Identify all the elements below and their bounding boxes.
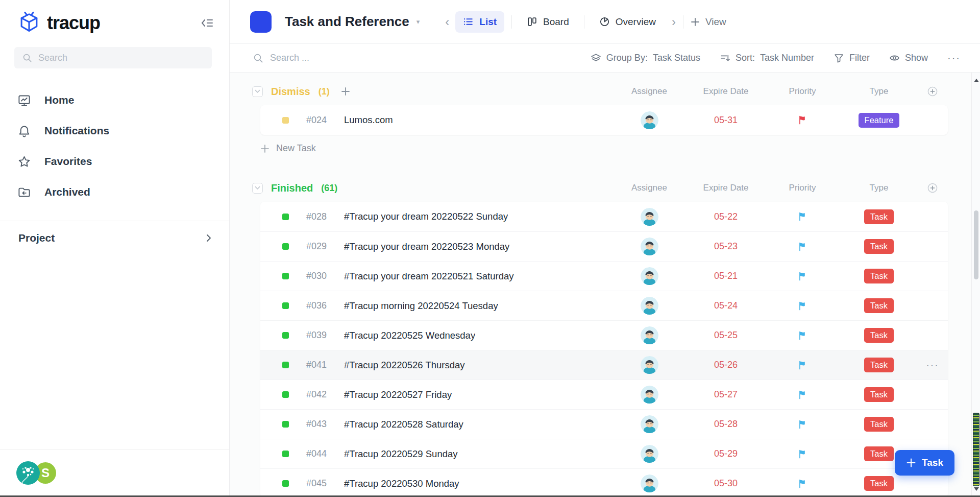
chevron-left-icon[interactable]: ‹ xyxy=(445,16,449,28)
priority-flag-icon[interactable] xyxy=(797,419,807,430)
assignee-avatar[interactable] xyxy=(641,238,658,255)
assignee-avatar[interactable] xyxy=(641,475,658,492)
toolbar-more-icon[interactable]: ··· xyxy=(947,52,961,64)
priority-flag-icon[interactable] xyxy=(797,449,807,459)
tab-board[interactable]: Board xyxy=(519,11,577,33)
table-search[interactable] xyxy=(253,53,433,63)
show-control[interactable]: Show xyxy=(889,53,928,63)
filter-control[interactable]: Filter xyxy=(834,53,870,63)
assignee-avatar[interactable] xyxy=(641,208,658,226)
task-status-square[interactable] xyxy=(282,451,289,457)
priority-flag-icon[interactable] xyxy=(797,479,807,489)
task-row[interactable]: #028 #Tracup your dream 20220522 Sunday … xyxy=(260,202,948,231)
sort-control[interactable]: Sort: Task Number xyxy=(720,53,814,63)
task-row[interactable]: #039 #Tracup 20220525 Wednesday 05-25 xyxy=(260,320,948,350)
caret-down-icon[interactable]: ▾ xyxy=(416,18,420,26)
task-row[interactable]: #045 #Tracup 20220530 Monday 05-30 xyxy=(260,468,948,497)
project-color-icon[interactable] xyxy=(250,11,272,33)
group-title[interactable]: Dismiss xyxy=(271,86,310,98)
scrollbar[interactable] xyxy=(971,73,980,497)
tab-list[interactable]: List xyxy=(455,11,504,33)
assignee-avatar[interactable] xyxy=(641,267,658,285)
task-status-square[interactable] xyxy=(282,391,289,398)
new-task-button[interactable]: New Task xyxy=(260,143,948,154)
assignee-avatar[interactable] xyxy=(641,111,658,129)
task-title[interactable]: #Tracup your dream 20220521 Saturday xyxy=(344,271,514,282)
task-title[interactable]: #Tracup 20220528 Saturday xyxy=(344,419,463,430)
scroll-up-arrow[interactable] xyxy=(974,79,979,82)
task-status-square[interactable] xyxy=(282,302,289,309)
priority-flag-icon[interactable] xyxy=(797,301,807,311)
group-by-control[interactable]: Group By: Task Status xyxy=(591,53,700,63)
add-view-button[interactable]: View xyxy=(691,16,726,28)
type-badge[interactable]: Task xyxy=(864,328,894,343)
type-badge[interactable]: Task xyxy=(864,417,894,432)
task-status-square[interactable] xyxy=(282,480,289,487)
type-badge[interactable]: Task xyxy=(864,476,894,491)
task-row[interactable]: #044 #Tracup 20220529 Sunday 05-29 xyxy=(260,439,948,468)
type-badge[interactable]: Task xyxy=(864,446,894,461)
sidebar-item-notifications[interactable]: Notifications xyxy=(0,115,229,146)
priority-flag-icon[interactable] xyxy=(797,390,807,400)
type-badge[interactable]: Task xyxy=(864,239,894,254)
task-title[interactable]: #Tracup 20220526 Thursday xyxy=(344,360,465,371)
tab-overview[interactable]: Overview xyxy=(592,11,664,33)
sidebar-item-favorites[interactable]: Favorites xyxy=(0,146,229,177)
add-task-button[interactable]: Task xyxy=(895,450,954,476)
sidebar-search-input[interactable] xyxy=(38,53,204,63)
group-checkbox-icon[interactable] xyxy=(252,183,263,194)
priority-flag-icon[interactable] xyxy=(797,360,807,370)
type-badge[interactable]: Task xyxy=(864,298,894,313)
assignee-avatar[interactable] xyxy=(641,297,658,315)
task-status-square[interactable] xyxy=(282,214,289,220)
task-row[interactable]: #036 #Tracup morning 20220524 Tuesday 05… xyxy=(260,291,948,320)
task-title[interactable]: #Tracup 20220527 Friday xyxy=(344,389,452,400)
type-badge[interactable]: Feature xyxy=(859,113,900,128)
scrollbar-striped-thumb[interactable] xyxy=(973,413,979,486)
assignee-avatar[interactable] xyxy=(641,445,658,463)
task-status-square[interactable] xyxy=(282,273,289,279)
table-search-input[interactable] xyxy=(270,53,433,63)
task-row[interactable]: #042 #Tracup 20220527 Friday 05-27 xyxy=(260,380,948,409)
sidebar-item-home[interactable]: Home xyxy=(0,85,229,115)
task-status-square[interactable] xyxy=(282,117,289,124)
sidebar-item-project[interactable]: Project xyxy=(0,221,229,255)
task-status-square[interactable] xyxy=(282,362,289,368)
task-title[interactable]: #Tracup 20220529 Sunday xyxy=(344,448,458,460)
task-title[interactable]: Lumos.com xyxy=(344,114,393,126)
add-column-icon[interactable] xyxy=(917,182,948,194)
task-title[interactable]: #Tracup 20220530 Monday xyxy=(344,478,459,489)
priority-flag-icon[interactable] xyxy=(797,211,807,222)
task-row[interactable]: #030 #Tracup your dream 20220521 Saturda… xyxy=(260,261,948,291)
type-badge[interactable]: Task xyxy=(864,358,894,372)
group-checkbox-icon[interactable] xyxy=(252,86,263,97)
assignee-avatar[interactable] xyxy=(641,326,658,344)
task-status-square[interactable] xyxy=(282,421,289,428)
priority-flag-icon[interactable] xyxy=(797,242,807,252)
type-badge[interactable]: Task xyxy=(864,387,894,402)
task-title[interactable]: #Tracup morning 20220524 Tuesday xyxy=(344,300,498,312)
chevron-right-icon[interactable]: › xyxy=(672,16,676,28)
group-title[interactable]: Finished xyxy=(271,182,313,194)
priority-flag-icon[interactable] xyxy=(797,271,807,281)
type-badge[interactable]: Task xyxy=(864,209,894,224)
workspace-avatar-icon[interactable] xyxy=(16,461,40,485)
priority-flag-icon[interactable] xyxy=(797,330,807,341)
task-title[interactable]: #Tracup your dream 20220522 Sunday xyxy=(344,211,508,222)
task-row[interactable]: #041 #Tracup 20220526 Thursday 05-26 xyxy=(260,350,948,380)
task-status-square[interactable] xyxy=(282,332,289,339)
assignee-avatar[interactable] xyxy=(641,415,658,433)
sidebar-item-archived[interactable]: Archived xyxy=(0,177,229,207)
assignee-avatar[interactable] xyxy=(641,386,658,404)
priority-flag-icon[interactable] xyxy=(797,115,807,125)
task-title[interactable]: #Tracup 20220525 Wednesday xyxy=(344,330,475,341)
task-row[interactable]: #043 #Tracup 20220528 Saturday 05-28 xyxy=(260,409,948,439)
row-more-icon[interactable]: ··· xyxy=(926,360,939,371)
add-column-icon[interactable] xyxy=(917,86,948,97)
scroll-down-arrow[interactable] xyxy=(974,487,979,491)
scrollbar-thumb[interactable] xyxy=(974,210,978,279)
sidebar-search[interactable] xyxy=(14,47,212,68)
type-badge[interactable]: Task xyxy=(864,269,894,283)
task-row[interactable]: #029 #Tracup your dream 20220523 Monday … xyxy=(260,231,948,261)
assignee-avatar[interactable] xyxy=(641,356,658,374)
